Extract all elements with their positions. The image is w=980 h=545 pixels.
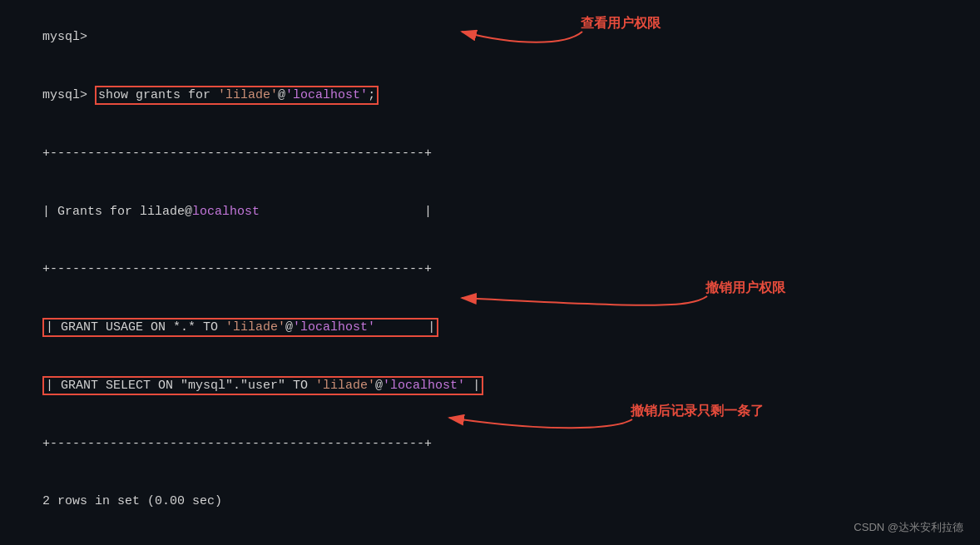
command-boxed-1: show grants for 'lilade'@'localhost'; <box>95 86 379 105</box>
line-10 <box>12 531 968 545</box>
line-4: | Grants for lilade@localhost | <box>12 182 968 240</box>
line-3: +---------------------------------------… <box>12 125 968 183</box>
line-7: | GRANT SELECT ON "mysql"."user" TO 'lil… <box>12 357 968 415</box>
csdn-watermark: CSDN @达米安利拉德 <box>854 520 963 535</box>
line-5: +---------------------------------------… <box>12 240 968 299</box>
line-1: mysql> <box>12 8 968 67</box>
annotation-1: 查看用户权限 <box>581 15 661 32</box>
line-2: mysql> show grants for 'lilade'@'localho… <box>12 67 968 125</box>
annotation-3: 撤销后记录只剩一条了 <box>631 403 764 420</box>
annotation-2: 撤销用户权限 <box>705 280 785 297</box>
line-9: 2 rows in set (0.00 sec) <box>12 473 968 531</box>
result-boxed-2: | GRANT SELECT ON "mysql"."user" TO 'lil… <box>42 376 483 395</box>
result-boxed-1: | GRANT USAGE ON *.* TO 'lilade'@'localh… <box>42 318 438 337</box>
prompt: mysql> <box>42 30 87 44</box>
terminal: mysql> mysql> show grants for 'lilade'@'… <box>0 0 980 545</box>
line-6: | GRANT USAGE ON *.* TO 'lilade'@'localh… <box>12 299 968 357</box>
prompt-prefix: mysql> <box>42 88 95 102</box>
line-8: +---------------------------------------… <box>12 414 968 473</box>
